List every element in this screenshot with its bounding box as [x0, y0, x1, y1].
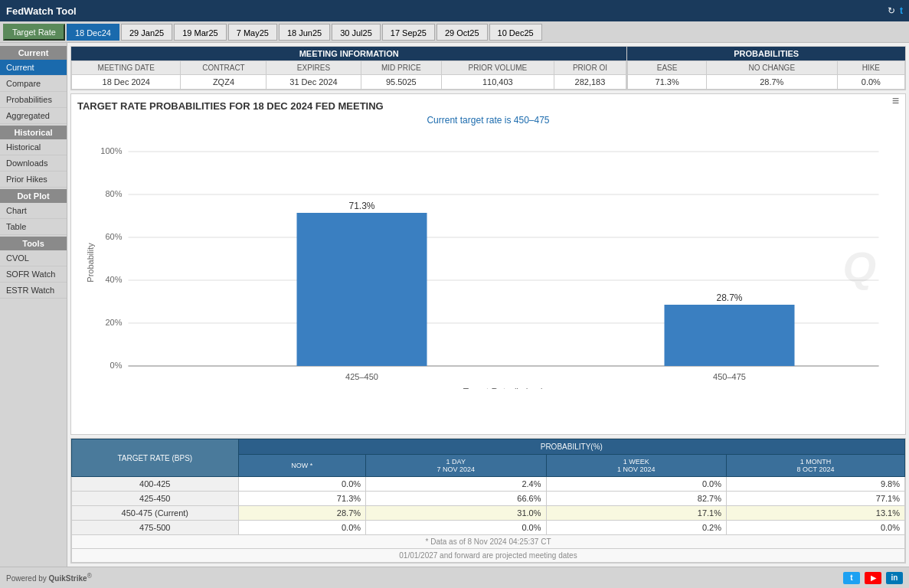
bar-425-450	[297, 213, 427, 366]
col-prior-oi: PRIOR OI	[554, 61, 626, 75]
reload-icon[interactable]: ↻	[888, 5, 895, 16]
meeting-info-panel: MEETING INFORMATION MEETING DATE CONTRAC…	[70, 46, 627, 90]
tab-19mar25[interactable]: 19 Mar25	[174, 24, 226, 41]
prob-now: 0.0%	[238, 477, 365, 492]
prob-month1: 9.8%	[726, 477, 904, 492]
tab-30jul25[interactable]: 30 Jul25	[332, 24, 381, 41]
prob-now: 0.0%	[238, 521, 365, 535]
svg-text:60%: 60%	[105, 232, 122, 241]
footer-icons: t ▶ in	[843, 572, 903, 584]
sidebar-item-downloads[interactable]: Downloads	[0, 155, 67, 172]
svg-text:450–475: 450–475	[713, 372, 746, 381]
chart-area: Q 100% 80% 60% 40%	[77, 129, 899, 404]
col-1month: 1 MONTH8 OCT 2024	[726, 455, 904, 477]
tab-29oct25[interactable]: 29 Oct25	[437, 24, 488, 41]
sidebar-item-current[interactable]: Current	[0, 60, 67, 76]
prob-day1: 31.0%	[366, 506, 546, 521]
hike-val: 0.0%	[837, 75, 904, 90]
prob-week1: 82.7%	[546, 492, 726, 506]
prob-month1: 13.1%	[726, 506, 904, 521]
prob-day1: 66.6%	[366, 492, 546, 506]
sidebar-item-compare[interactable]: Compare	[0, 76, 67, 92]
sidebar-item-aggregated[interactable]: Aggregated	[0, 108, 67, 124]
content-area: MEETING INFORMATION MEETING DATE CONTRAC…	[67, 43, 909, 567]
tab-29jan25[interactable]: 29 Jan25	[121, 24, 172, 41]
tab-row: Target Rate 18 Dec24 29 Jan25 19 Mar25 7…	[0, 21, 909, 43]
chart-menu-icon[interactable]: ≡	[892, 94, 899, 108]
chart-title: TARGET RATE PROBABILITIES FOR 18 DEC 202…	[77, 100, 384, 112]
sidebar-section-dot-plot: Dot Plot	[0, 189, 67, 203]
col-1day: 1 DAY7 NOV 2024	[366, 455, 546, 477]
footer-note-text: * Data as of 8 Nov 2024 04:25:37 CT	[72, 535, 905, 549]
contract-val: ZQZ4	[181, 75, 266, 90]
col-prior-volume: PRIOR VOLUME	[442, 61, 554, 75]
col-meeting-date: MEETING DATE	[72, 61, 181, 75]
col-contract: CONTRACT	[181, 61, 266, 75]
prob-day1: 0.0%	[366, 521, 546, 535]
sidebar-item-probabilities[interactable]: Probabilities	[0, 92, 67, 108]
col-ease: EASE	[628, 61, 707, 75]
sidebar-item-table[interactable]: Table	[0, 219, 67, 235]
svg-text:20%: 20%	[105, 318, 122, 327]
chart-panel: TARGET RATE PROBABILITIES FOR 18 DEC 202…	[70, 93, 906, 435]
prob-week1: 0.0%	[546, 477, 726, 492]
footer: Powered by QuikStrike® t ▶ in	[0, 567, 909, 588]
no-change-val: 28.7%	[706, 75, 837, 90]
svg-text:40%: 40%	[105, 275, 122, 284]
sidebar-section-tools: Tools	[0, 237, 67, 250]
prior-volume-val: 110,403	[442, 75, 554, 90]
sidebar-item-sofr[interactable]: SOFR Watch	[0, 266, 67, 283]
rate-label: 425-450	[72, 492, 239, 506]
prior-oi-val: 282,183	[554, 75, 626, 90]
svg-text:0%: 0%	[110, 361, 123, 370]
sidebar-item-prior-hikes[interactable]: Prior Hikes	[0, 172, 67, 188]
col-expires: EXPIRES	[266, 61, 361, 75]
app-title: FedWatch Tool	[6, 5, 77, 17]
footer-twitter-icon[interactable]: t	[843, 572, 860, 584]
prob-now: 28.7%	[238, 506, 365, 521]
svg-text:80%: 80%	[105, 189, 122, 198]
top-panels: MEETING INFORMATION MEETING DATE CONTRAC…	[70, 46, 906, 90]
footer-youtube-icon[interactable]: ▶	[865, 572, 881, 584]
tab-17sep25[interactable]: 17 Sep25	[382, 24, 435, 41]
top-bar-icons: ↻ t	[888, 5, 903, 16]
probabilities-panel: PROBABILITIES EASE NO CHANGE HIKE 71.3% …	[627, 46, 906, 90]
meeting-date-val: 18 Dec 2024	[72, 75, 181, 90]
sidebar-item-cvol[interactable]: CVOL	[0, 250, 67, 266]
footer-linkedin-icon[interactable]: in	[886, 572, 903, 584]
target-rate-tab[interactable]: Target Rate	[3, 24, 65, 41]
table-row: 450-475 (Current)28.7%31.0%17.1%13.1%	[72, 506, 905, 521]
ease-val: 71.3%	[628, 75, 707, 90]
col-now: NOW *	[238, 455, 365, 477]
tab-18dec24[interactable]: 18 Dec24	[67, 24, 119, 41]
meeting-info-table: MEETING DATE CONTRACT EXPIRES MID PRICE …	[71, 60, 626, 90]
twitter-icon[interactable]: t	[900, 5, 903, 16]
sidebar-section-current: Current	[0, 46, 67, 60]
tab-18jun25[interactable]: 18 Jun25	[279, 24, 330, 41]
prob-week1: 17.1%	[546, 506, 726, 521]
svg-text:100%: 100%	[100, 146, 122, 155]
table-row: 18 Dec 2024 ZQZ4 31 Dec 2024 95.5025 110…	[72, 75, 626, 90]
probabilities-table: EASE NO CHANGE HIKE 71.3% 28.7% 0.0%	[627, 60, 905, 90]
sidebar-item-estr[interactable]: ESTR Watch	[0, 283, 67, 299]
bar-chart-svg: 100% 80% 60% 40% 20% 0% Probability 71.3…	[77, 129, 899, 389]
prob-day1: 2.4%	[366, 477, 546, 492]
chart-subtitle: Current target rate is 450–475	[77, 115, 899, 126]
table-projection-note: 01/01/2027 and forward are projected mee…	[72, 549, 905, 563]
svg-text:28.7%: 28.7%	[716, 292, 742, 303]
sidebar-item-chart[interactable]: Chart	[0, 203, 67, 219]
tab-7may25[interactable]: 7 May25	[228, 24, 277, 41]
tab-10dec25[interactable]: 10 Dec25	[489, 24, 542, 41]
col-hike: HIKE	[837, 61, 904, 75]
rate-label: 400-425	[72, 477, 239, 492]
table-footer-note: * Data as of 8 Nov 2024 04:25:37 CT	[72, 535, 905, 549]
prob-month1: 0.0%	[726, 521, 904, 535]
probability-table: TARGET RATE (BPS) PROBABILITY(%) NOW * 1…	[71, 439, 905, 563]
expires-val: 31 Dec 2024	[266, 75, 361, 90]
svg-text:Probability: Probability	[86, 243, 95, 283]
col-no-change: NO CHANGE	[706, 61, 837, 75]
table-row: 400-4250.0%2.4%0.0%9.8%	[72, 477, 905, 492]
bottom-table-panel: TARGET RATE (BPS) PROBABILITY(%) NOW * 1…	[70, 438, 906, 564]
meeting-info-header: MEETING INFORMATION	[71, 47, 626, 60]
sidebar-item-historical[interactable]: Historical	[0, 139, 67, 155]
